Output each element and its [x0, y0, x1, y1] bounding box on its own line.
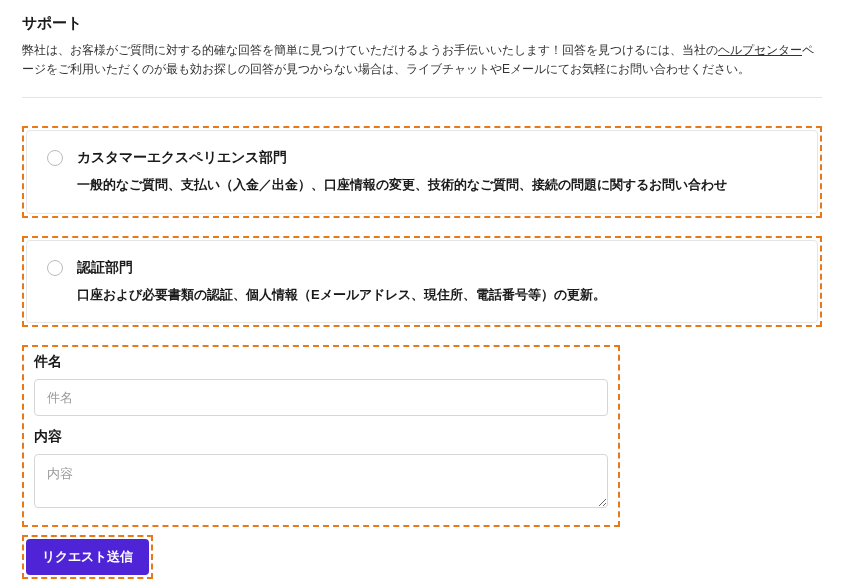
subject-field-wrap: 件名 — [34, 353, 608, 416]
option-wrap-verification: 認証部門 口座および必要書類の認証、個人情報（Eメールアドレス、現住所、電話番号… — [22, 236, 822, 328]
intro-text: 弊社は、お客様がご質問に対する的確な回答を簡単に見つけていただけるようお手伝いい… — [22, 41, 822, 79]
option-content: 認証部門 口座および必要書類の認証、個人情報（Eメールアドレス、現住所、電話番号… — [77, 259, 797, 305]
option-title: カスタマーエクスペリエンス部門 — [77, 149, 797, 167]
page-title: サポート — [22, 14, 822, 33]
subject-input[interactable] — [34, 379, 608, 416]
option-verification[interactable]: 認証部門 口座および必要書類の認証、個人情報（Eメールアドレス、現住所、電話番号… — [26, 240, 818, 324]
form-wrap: 件名 内容 — [22, 345, 620, 527]
submit-wrap: リクエスト送信 — [22, 535, 153, 579]
radio-icon — [47, 150, 63, 166]
option-title: 認証部門 — [77, 259, 797, 277]
radio-icon — [47, 260, 63, 276]
option-wrap-customer-experience: カスタマーエクスペリエンス部門 一般的なご質問、支払い（入金／出金）、口座情報の… — [22, 126, 822, 218]
option-desc: 口座および必要書類の認証、個人情報（Eメールアドレス、現住所、電話番号等）の更新… — [77, 285, 797, 305]
option-content: カスタマーエクスペリエンス部門 一般的なご質問、支払い（入金／出金）、口座情報の… — [77, 149, 797, 195]
content-input[interactable] — [34, 454, 608, 508]
divider — [22, 97, 822, 98]
option-desc: 一般的なご質問、支払い（入金／出金）、口座情報の変更、技術的なご質問、接続の問題… — [77, 175, 797, 195]
intro-pre: 弊社は、お客様がご質問に対する的確な回答を簡単に見つけていただけるようお手伝いい… — [22, 43, 718, 57]
help-center-link[interactable]: ヘルプセンター — [718, 43, 802, 57]
subject-label: 件名 — [34, 353, 608, 371]
content-field-wrap: 内容 — [34, 428, 608, 511]
option-customer-experience[interactable]: カスタマーエクスペリエンス部門 一般的なご質問、支払い（入金／出金）、口座情報の… — [26, 130, 818, 214]
submit-button[interactable]: リクエスト送信 — [26, 539, 149, 575]
content-label: 内容 — [34, 428, 608, 446]
